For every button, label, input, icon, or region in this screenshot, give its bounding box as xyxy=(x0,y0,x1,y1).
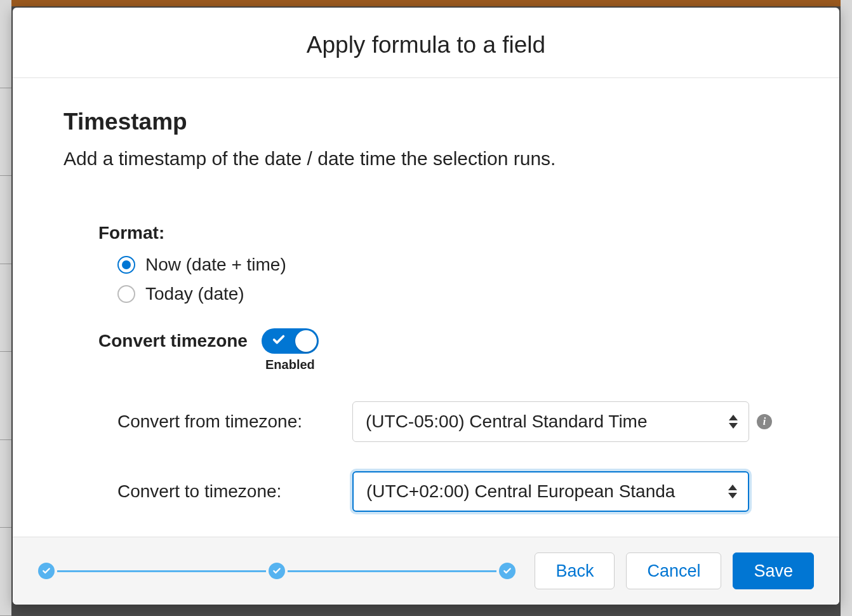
convert-from-select[interactable]: (UTC-05:00) Central Standard Time xyxy=(352,401,749,442)
modal-footer: Back Cancel Save xyxy=(13,537,839,605)
radio-now-label: Now (date + time) xyxy=(145,255,286,275)
progress-indicator xyxy=(38,563,516,579)
modal-title: Apply formula to a field xyxy=(25,32,827,58)
progress-step-3 xyxy=(499,563,516,579)
modal-body: Timestamp Add a timestamp of the date / … xyxy=(13,78,839,537)
radio-icon xyxy=(117,285,135,303)
convert-to-value: (UTC+02:00) Central European Standa xyxy=(366,481,735,502)
convert-to-select[interactable]: (UTC+02:00) Central European Standa xyxy=(352,471,749,512)
radio-now[interactable]: Now (date + time) xyxy=(117,255,789,275)
section-heading: Timestamp xyxy=(63,109,789,135)
cancel-button[interactable]: Cancel xyxy=(626,552,721,589)
modal-header: Apply formula to a field xyxy=(13,8,839,78)
info-icon[interactable]: i xyxy=(757,414,772,429)
apply-formula-modal: Apply formula to a field Timestamp Add a… xyxy=(13,8,839,605)
save-button[interactable]: Save xyxy=(733,552,814,589)
toggle-knob xyxy=(295,330,317,352)
radio-icon xyxy=(117,256,135,274)
format-label: Format: xyxy=(98,223,789,243)
convert-from-label: Convert from timezone: xyxy=(117,412,352,432)
back-button[interactable]: Back xyxy=(535,552,615,589)
section-description: Add a timestamp of the date / date time … xyxy=(63,145,789,172)
convert-timezone-label: Convert timezone xyxy=(98,328,248,351)
select-arrows-icon xyxy=(728,415,738,429)
convert-timezone-toggle[interactable] xyxy=(262,328,319,354)
radio-today[interactable]: Today (date) xyxy=(117,284,789,304)
select-arrows-icon xyxy=(728,485,738,499)
toggle-status-label: Enabled xyxy=(265,358,315,372)
check-icon xyxy=(272,333,286,349)
progress-step-2 xyxy=(269,563,285,579)
radio-today-label: Today (date) xyxy=(145,284,244,304)
convert-from-value: (UTC-05:00) Central Standard Time xyxy=(366,412,736,432)
convert-to-label: Convert to timezone: xyxy=(117,481,352,502)
progress-step-1 xyxy=(38,563,55,579)
